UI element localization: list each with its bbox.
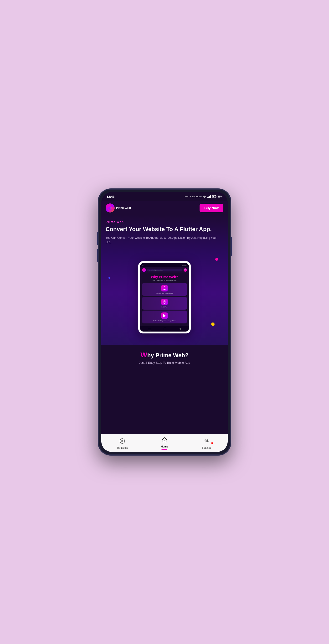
svg-point-5 (110, 208, 111, 208)
phone-outer: 12:48 Vo LTE 134.5 KB/s (98, 188, 231, 456)
speed-label: 134.5 KB/s (192, 196, 202, 198)
battery-icon (212, 195, 217, 198)
power-button[interactable] (231, 237, 232, 256)
volume-down-button[interactable] (97, 249, 98, 262)
app-header: PrimeWeb Buy Now (101, 201, 228, 215)
inner-step-2-label: Build App (161, 306, 167, 308)
svg-point-14 (122, 440, 123, 442)
app-content: PrimeWeb Buy Now Prime Web Convert Your … (101, 201, 228, 452)
inner-step-3: Publish On Playstore And App Store! (142, 310, 187, 324)
inner-why-subtitle: Just 3 Easy Step To Build Mobile App (142, 280, 187, 281)
home-icon (162, 437, 167, 444)
inner-why-w: W (151, 275, 154, 279)
inner-why-title: Why Prime Web? (142, 275, 187, 279)
inner-why-rest: hy Prime Web? (154, 275, 178, 279)
svg-rect-1 (216, 196, 216, 197)
inner-app-header: www.test your website 🔍 (140, 267, 189, 273)
nav-item-settings[interactable]: Settings (197, 438, 216, 449)
svg-point-7 (144, 270, 144, 270)
content-spacer (101, 364, 228, 434)
hero-section: Prime Web Convert Your Website To A Flut… (101, 215, 228, 345)
status-time: 12:48 (107, 195, 114, 198)
try-demo-label: Try Demo (117, 446, 128, 449)
logo-container: PrimeWeb (106, 204, 131, 212)
inner-step-3-label: Publish On Playstore And App Store! (153, 320, 176, 322)
why-subtitle: Just 3 Easy Step To Build Mobile App (106, 361, 223, 364)
try-demo-icon (119, 438, 125, 445)
bottom-nav: Try Demo Home (101, 434, 228, 452)
inner-search-button[interactable]: 🔍 (184, 268, 187, 272)
nav-item-home[interactable]: Home (155, 437, 174, 450)
svg-point-6 (143, 269, 145, 271)
home-label: Home (161, 445, 168, 448)
network-label: Vo LTE (185, 196, 191, 198)
inner-status-bar: ●● ▬▬▬ ≡ (140, 263, 189, 267)
inner-nav-home-btn[interactable] (164, 328, 166, 330)
settings-notification-dot (212, 442, 213, 444)
volume-up-button[interactable] (97, 232, 98, 245)
inner-step-1: Replace Your Website URL (142, 283, 187, 296)
svg-rect-2 (212, 196, 214, 198)
prime-web-tag: Prime Web (106, 220, 223, 224)
svg-point-13 (120, 439, 125, 444)
wifi-icon (203, 195, 206, 198)
inner-step-2-icon (161, 299, 168, 305)
logo-name: PrimeWeb (116, 207, 131, 210)
hero-subtitle: You Can Convert Your Website To An Andro… (106, 236, 223, 245)
logo-circle (106, 204, 115, 212)
hero-phone-wrapper: ●● ▬▬▬ ≡ (106, 250, 223, 345)
signal-icon (207, 195, 211, 198)
why-title: Why Prime Web? (106, 351, 223, 359)
status-right: Vo LTE 134.5 KB/s (185, 195, 222, 198)
buy-now-button[interactable]: Buy Now (200, 204, 223, 212)
inner-step-1-icon (161, 285, 168, 292)
inner-phone: ●● ▬▬▬ ≡ (138, 261, 191, 334)
inner-step-2: Build App (142, 297, 187, 310)
inner-bottom-bar (140, 326, 189, 332)
home-active-indicator (161, 449, 167, 450)
nav-item-try-demo[interactable]: Try Demo (113, 438, 132, 449)
svg-point-15 (206, 440, 207, 441)
status-bar: 12:48 Vo LTE 134.5 KB/s (101, 192, 228, 201)
inner-step-1-label: Replace Your Website URL (156, 292, 173, 294)
inner-step-3-icon (161, 312, 168, 319)
inner-phone-screen: ●● ▬▬▬ ≡ (140, 263, 189, 332)
inner-logo (142, 268, 146, 272)
settings-label: Settings (202, 446, 212, 449)
inner-why-section: Why Prime Web? Just 3 Easy Step To Build… (140, 273, 189, 326)
why-section: Why Prime Web? Just 3 Easy Step To Build… (101, 345, 228, 364)
battery-percent: 35% (218, 195, 222, 198)
inner-url-bar[interactable]: www.test your website (147, 268, 182, 272)
why-title-rest: hy Prime Web? (147, 352, 189, 358)
phone-screen: 12:48 Vo LTE 134.5 KB/s (101, 192, 228, 452)
inner-nav-back-btn[interactable] (179, 328, 181, 330)
hero-title: Convert Your Website To A Flutter App. (106, 226, 223, 233)
why-title-w: W (140, 351, 147, 359)
inner-nav-menu (148, 329, 151, 329)
settings-icon (204, 438, 210, 445)
logo-text: PrimeWeb (116, 207, 131, 210)
